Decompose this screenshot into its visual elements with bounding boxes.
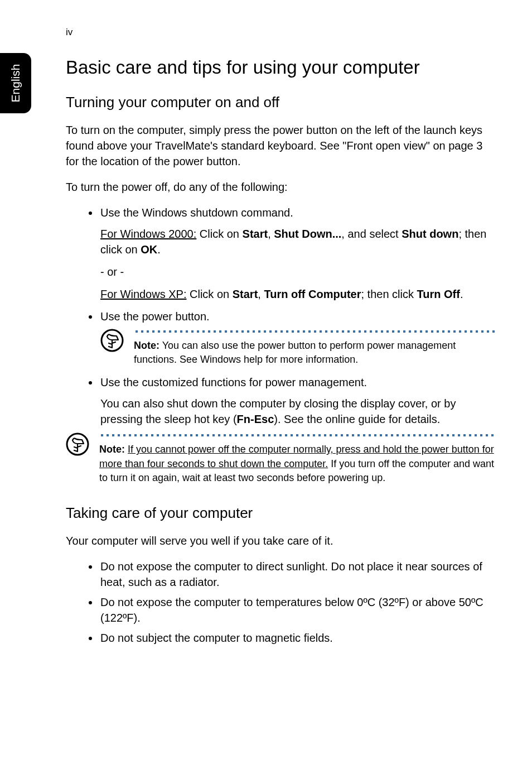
text-bold: Shut down [402,228,458,240]
text-bold: Turn Off [417,288,460,300]
note-icon [66,433,89,456]
list-subtext: For Windows XP: Click on Start, Turn off… [100,286,495,302]
section-heading-turning: Turning your computer on and off [66,93,495,112]
note-label: Note: [99,444,125,455]
language-tab: English [0,53,31,113]
list-subtext: For Windows 2000: Click on Start, Shut D… [100,226,495,257]
list-subtext: - or - [100,264,495,280]
paragraph: To turn on the computer, simply press th… [66,122,495,169]
text-bold: Start [243,228,268,240]
paragraph: Your computer will serve you well if you… [66,533,495,549]
list-item: Do not expose the computer to temperatur… [99,594,495,626]
text: , and select [341,228,402,240]
list-item: Do not expose the computer to direct sun… [99,559,495,590]
text-underline: For Windows 2000: [100,228,196,240]
text: ; then click [361,288,417,300]
list-item: Do not subject the computer to magnetic … [99,630,495,646]
page-number: iv [66,27,72,38]
list-subtext: You can also shut down the computer by c… [100,396,495,427]
text-bold: Shut Down... [274,228,341,240]
note-icon [100,329,124,352]
page-title: Basic care and tips for using your compu… [66,56,495,79]
note-text: Note: If you cannot power off the comput… [99,443,495,485]
text: ). See the online guide for details. [274,413,440,425]
list-item-text: Use the Windows shutdown command. [100,206,293,219]
list-item-text: Use the customized functions for power m… [100,376,367,388]
text-bold: Turn off Computer [264,288,361,300]
text: You can also use the power button to per… [134,340,456,365]
section-heading-care: Taking care of your computer [66,504,495,523]
text: Click on [186,288,232,300]
text: Click on [196,228,242,240]
note-block: Note: If you cannot power off the comput… [66,434,495,485]
text: , [258,288,264,300]
note-block: Note: You can also use the power button … [66,330,495,367]
paragraph: To turn the power off, do any of the fol… [66,179,495,195]
text-underline: For Windows XP: [100,288,186,300]
text-bold: Start [233,288,258,300]
note-divider [99,434,495,437]
text-bold: Fn-Esc [237,413,274,425]
note-text: Note: You can also use the power button … [134,339,495,367]
note-label: Note: [134,340,159,351]
text: , [268,228,274,240]
list-item-text: Use the power button. [100,310,210,323]
note-divider [134,330,495,333]
bullet-list: Do not expose the computer to direct sun… [66,559,495,646]
list-item: Use the Windows shutdown command. For Wi… [99,205,495,302]
content-area: Basic care and tips for using your compu… [66,56,495,651]
language-tab-label: English [9,64,22,103]
text: . [157,243,161,256]
bullet-list: Use the customized functions for power m… [66,374,495,427]
list-item: Use the customized functions for power m… [99,374,495,427]
list-item: Use the power button. [99,309,495,324]
text: . [460,288,463,300]
text-bold: OK [141,243,157,256]
bullet-list: Use the Windows shutdown command. For Wi… [66,205,495,324]
page: iv English Basic care and tips for using… [0,0,532,764]
